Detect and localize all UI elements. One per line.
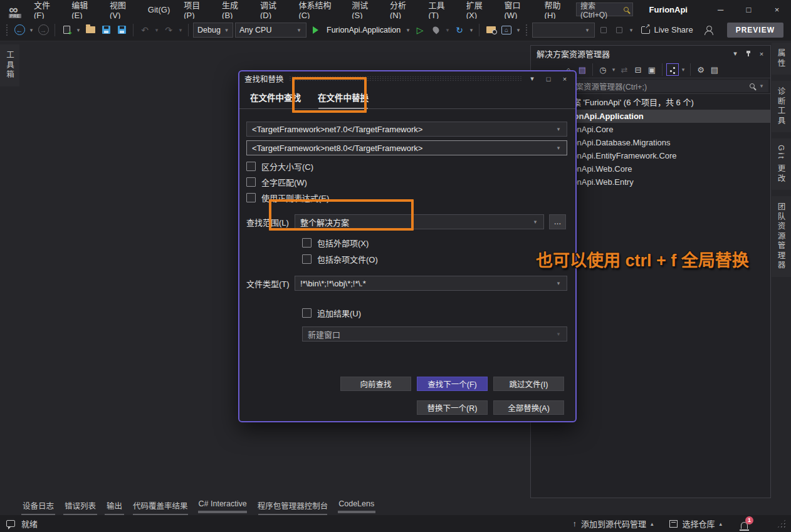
switch-views-icon[interactable]: ▤: [576, 63, 589, 76]
undo-dropdown-icon[interactable]: ▾: [154, 27, 160, 33]
menu-item[interactable]: 测试(S): [345, 0, 383, 19]
right-dock-tab[interactable]: 诊断工具: [772, 81, 791, 132]
restart-button[interactable]: ↻: [453, 23, 466, 38]
menu-item[interactable]: 分析(N): [383, 0, 421, 19]
toolbar-grip[interactable]: [525, 24, 528, 36]
pending-changes-filter-icon[interactable]: ◷: [597, 63, 609, 76]
redo-button[interactable]: ↷: [162, 23, 175, 38]
pin-icon[interactable]: [748, 51, 749, 56]
dialog-menu-icon[interactable]: ▾: [526, 73, 538, 85]
empty-toolbar-dropdown[interactable]: ▾: [532, 23, 595, 38]
feedback-bubble-icon[interactable]: [6, 520, 15, 527]
navigate-back-button[interactable]: ←: [13, 23, 26, 38]
menu-item[interactable]: 项目(P): [177, 0, 215, 19]
include-external-checkbox[interactable]: [302, 238, 312, 248]
dialog-title-bar[interactable]: 查找和替换 ▾ □ ×: [239, 71, 575, 86]
right-dock-tab[interactable]: 团队资源管理器: [772, 196, 791, 277]
whole-word-checkbox[interactable]: [246, 177, 256, 187]
bottom-panel-tab[interactable]: CodeLens: [336, 499, 377, 513]
filter-dropdown-icon[interactable]: ▾: [610, 66, 617, 73]
bottom-panel-tab[interactable]: 输出: [104, 499, 125, 516]
toolbox-tab[interactable]: 工具箱: [0, 44, 19, 86]
collapse-all-icon[interactable]: ⊟: [632, 63, 644, 76]
results-window-combobox[interactable]: 新建窗口 ▾: [302, 326, 567, 342]
include-misc-checkbox[interactable]: [302, 254, 312, 264]
menu-item[interactable]: 编辑(E): [65, 0, 103, 19]
run-target-dropdown-icon[interactable]: ▾: [405, 27, 411, 33]
select-repository-button[interactable]: 选择仓库 ▴: [669, 518, 722, 529]
solution-explorer-toolbar-button[interactable]: ⌂: [500, 23, 513, 38]
panel-close-icon[interactable]: ×: [755, 48, 768, 60]
menu-item[interactable]: 生成(B): [215, 0, 253, 19]
menu-item[interactable]: 工具(T): [421, 0, 459, 19]
menu-item[interactable]: 文件(F): [27, 0, 65, 19]
find-next-button[interactable]: 查找下一个(F): [417, 377, 488, 391]
show-all-files-icon[interactable]: ▤: [708, 63, 721, 76]
menu-item[interactable]: 帮助(H): [538, 0, 576, 19]
find-in-files-button[interactable]: [484, 23, 498, 38]
preview-selected-icon[interactable]: ▣: [646, 63, 658, 76]
dialog-maximize-icon[interactable]: □: [543, 73, 554, 85]
add-to-source-control-button[interactable]: ↑ 添加到源代码管理 ▴: [572, 518, 653, 529]
configuration-dropdown[interactable]: Debug ▾: [193, 23, 233, 38]
maximize-button[interactable]: □: [735, 0, 763, 19]
bottom-panel-tab[interactable]: 设备日志: [20, 499, 56, 516]
sync-dropdown-icon[interactable]: ▾: [680, 66, 686, 73]
match-case-checkbox[interactable]: [246, 162, 256, 171]
navigate-forward-button[interactable]: →: [36, 23, 50, 38]
close-button[interactable]: ×: [763, 0, 791, 19]
minimize-button[interactable]: ─: [706, 0, 735, 19]
menu-item[interactable]: 体系结构(C): [291, 0, 345, 19]
filetype-combobox[interactable]: !*\bin\*;!*\obj\*;!*\.* ▾: [295, 276, 567, 291]
resize-grip[interactable]: [777, 519, 786, 528]
bottom-panel-tab[interactable]: 程序包管理器控制台: [255, 499, 331, 516]
live-share-button[interactable]: Live Share: [641, 25, 693, 34]
redo-dropdown-icon[interactable]: ▾: [177, 27, 184, 33]
save-all-button[interactable]: [115, 23, 128, 38]
menu-item[interactable]: 视图(V): [103, 0, 141, 19]
rename-button[interactable]: [597, 23, 610, 38]
preview-feedback-button[interactable]: PREVIEW: [727, 23, 783, 38]
right-dock-tab[interactable]: 属性: [772, 43, 791, 75]
menu-item[interactable]: 扩展(X): [459, 0, 498, 19]
bottom-panel-tab[interactable]: 代码覆盖率结果: [130, 499, 191, 516]
menu-item[interactable]: 窗口(W): [498, 0, 538, 19]
account-icon[interactable]: [704, 26, 714, 34]
replace-all-button[interactable]: 全部替换(A): [493, 400, 564, 415]
browse-scope-button[interactable]: …: [549, 214, 566, 229]
replace-next-button[interactable]: 替换下一个(R): [417, 400, 488, 415]
save-button[interactable]: [99, 23, 113, 38]
quick-search-input[interactable]: 搜索 (Ctrl+Q): [576, 3, 633, 16]
extract-button[interactable]: [612, 23, 626, 38]
properties-wrench-icon[interactable]: ⚙: [694, 63, 707, 76]
toolbar-grip[interactable]: [6, 24, 9, 36]
new-file-button[interactable]: [60, 23, 73, 38]
undo-button[interactable]: ↶: [138, 23, 152, 38]
panel-menu-icon[interactable]: ▾: [729, 48, 741, 60]
search-options-icon[interactable]: ▾: [758, 83, 765, 89]
hot-reload-dropdown-icon[interactable]: ▾: [444, 27, 451, 33]
notifications-button[interactable]: 1: [738, 519, 750, 529]
bottom-panel-tab[interactable]: C# Interactive: [196, 499, 249, 513]
hot-reload-button[interactable]: [429, 23, 443, 38]
right-dock-tab[interactable]: Git 更改: [772, 138, 791, 190]
start-without-debug-button[interactable]: ▷: [413, 23, 427, 38]
back-dropdown-icon[interactable]: ▾: [28, 27, 34, 33]
new-file-dropdown-icon[interactable]: ▾: [75, 27, 81, 33]
bottom-panel-tab[interactable]: 错误列表: [62, 499, 98, 516]
find-previous-button[interactable]: 向前查找: [340, 377, 411, 391]
sync-with-active-document-icon[interactable]: [666, 63, 679, 76]
run-target-label[interactable]: FurionApi.Application: [327, 26, 401, 34]
open-file-button[interactable]: [83, 23, 97, 38]
skip-file-button[interactable]: 跳过文件(I): [493, 377, 564, 391]
toolbar-overflow-icon[interactable]: ▾: [628, 27, 634, 33]
menu-item[interactable]: 调试(D): [253, 0, 291, 19]
sync-icon[interactable]: ⇄: [618, 63, 631, 76]
menu-item[interactable]: Git(G): [141, 0, 177, 19]
append-results-checkbox[interactable]: [302, 308, 312, 318]
replace-with-combobox[interactable]: <TargetFramework>net8.0</TargetFramework…: [246, 140, 567, 155]
window-dropdown-icon[interactable]: ▾: [515, 27, 521, 33]
dialog-close-icon[interactable]: ×: [559, 73, 570, 85]
find-what-combobox[interactable]: <TargetFramework>net7.0</TargetFramework…: [246, 122, 567, 137]
start-debug-button[interactable]: [308, 23, 322, 38]
